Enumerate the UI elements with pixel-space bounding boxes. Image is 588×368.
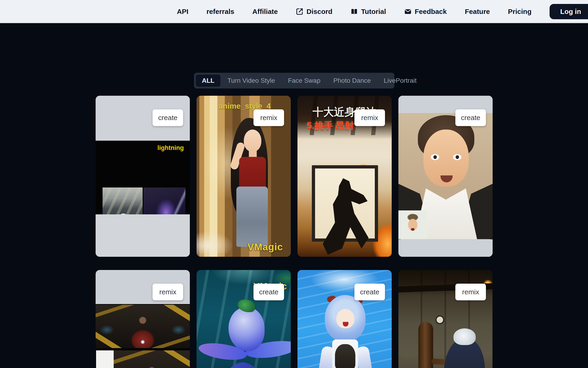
chinese-subtitle-caption: 5.挑手 昂肘 <box>307 119 354 132</box>
nav-item-label: Discord <box>307 8 333 16</box>
wall-clock <box>435 315 444 324</box>
category-tabbar: ALL Turn Video Style Face Swap Photo Dan… <box>194 73 395 89</box>
nav-item-api[interactable]: API <box>177 8 188 16</box>
anime-girl-face <box>244 129 261 152</box>
comparison-strip <box>96 141 190 214</box>
landing-page: API referrals Affiliate Discord <box>0 0 588 368</box>
video-letterbox-bottom <box>96 214 190 257</box>
create-button-card-5[interactable]: create <box>254 284 284 300</box>
nav-item-label: Feedback <box>415 8 447 16</box>
create-button-card-0[interactable]: create <box>153 109 183 126</box>
flower-bud <box>228 307 265 351</box>
anime-figure-bodice <box>335 344 355 368</box>
nav-item-pricing[interactable]: Pricing <box>508 8 532 16</box>
vmagic-watermark: VMagic <box>247 241 283 253</box>
remix-button-card-4[interactable]: remix <box>153 284 183 300</box>
book-open-icon <box>351 8 358 15</box>
wooden-dummy-post <box>418 322 433 368</box>
remix-button-card-2[interactable]: remix <box>354 109 385 126</box>
gallery-card-toon-portrait[interactable]: create <box>398 96 493 257</box>
driving-video-inset <box>398 211 427 239</box>
gallery-card-photo-dance[interactable]: lightning create <box>96 96 190 257</box>
gallery-card-kungfu[interactable]: 十大近身腿法 5.挑手 昂肘 remix <box>298 96 392 257</box>
nav-links: API referrals Affiliate Discord <box>177 0 588 23</box>
nav-item-label: Feature <box>465 8 490 16</box>
external-link-icon <box>296 8 303 15</box>
anime-girl-red-top <box>239 157 266 188</box>
suited-man-hair <box>454 328 476 345</box>
nav-item-label: Tutorial <box>361 8 386 16</box>
anime-girl-jeans <box>236 186 268 247</box>
nav-item-feature[interactable]: Feature <box>465 8 490 16</box>
tab-photo-dance[interactable]: Photo Dance <box>327 75 377 87</box>
anime-figure-sleeve <box>356 346 374 368</box>
toon-eye <box>431 154 439 160</box>
create-button-card-6[interactable]: create <box>354 284 385 300</box>
create-button-card-3[interactable]: create <box>455 109 486 126</box>
nav-item-feedback[interactable]: Feedback <box>404 8 447 16</box>
login-button[interactable]: Log in <box>550 4 588 19</box>
remix-button-card-7[interactable]: remix <box>455 284 486 300</box>
tab-face-swap[interactable]: Face Swap <box>282 75 326 87</box>
gallery-card-anime-style[interactable]: anime_style_4 VMagic remix <box>197 96 291 257</box>
top-navigation: API referrals Affiliate Discord <box>0 0 588 23</box>
toon-eye <box>453 154 461 160</box>
flower-body <box>212 359 272 368</box>
gallery-card-dojo-training[interactable]: remix <box>398 270 493 368</box>
video-letterbox-bottom <box>399 239 492 257</box>
nav-item-label: API <box>177 8 188 16</box>
nav-item-discord[interactable]: Discord <box>296 8 333 16</box>
nav-item-referrals[interactable]: referrals <box>207 8 234 16</box>
swap-face-source-inset <box>96 350 114 368</box>
gallery-card-face-swap[interactable]: remix <box>96 270 190 368</box>
nav-item-affiliate[interactable]: Affiliate <box>252 8 278 16</box>
gallery-card-underwater-flower[interactable]: VMagic create <box>197 270 291 368</box>
tab-turn-video-style[interactable]: Turn Video Style <box>221 75 281 87</box>
movie-frame-swapped <box>114 350 190 368</box>
remix-button-card-1[interactable]: remix <box>254 109 284 126</box>
nav-item-label: Affiliate <box>252 8 278 16</box>
nav-item-label: Pricing <box>508 8 532 16</box>
tab-liveportrait[interactable]: LivePortrait <box>378 75 423 87</box>
nav-item-label: referrals <box>207 8 234 16</box>
tab-all[interactable]: ALL <box>196 75 220 87</box>
style-label: lightning <box>158 144 184 152</box>
nav-item-tutorial[interactable]: Tutorial <box>351 8 386 16</box>
movie-frame-original <box>96 305 190 348</box>
mail-icon <box>404 8 412 15</box>
gallery-card-anime-blue-girl[interactable]: create <box>298 270 392 368</box>
